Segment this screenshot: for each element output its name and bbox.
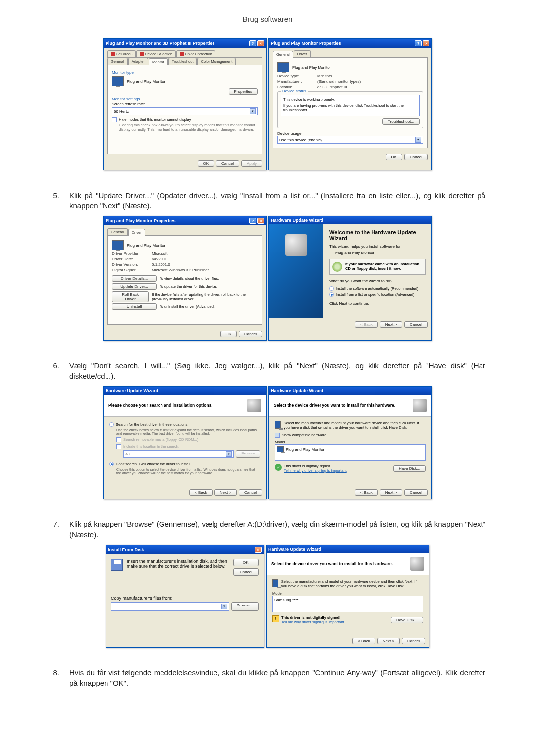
dialog-monitor-3dprophet-properties: Plug and Play Monitor and 3D Prophet III… [103, 38, 267, 170]
uninstall-button[interactable]: Uninstall [112, 303, 157, 310]
titlebar: Plug and Play Monitor Properties ? × [104, 216, 266, 225]
cancel-button[interactable]: Cancel [404, 154, 428, 160]
radio-install-from-list[interactable] [329, 292, 334, 297]
have-disk-button[interactable]: Have Disk... [393, 465, 426, 472]
wizard-side-graphic [269, 224, 323, 318]
next-button[interactable]: Next > [380, 489, 402, 496]
next-button[interactable]: Next > [380, 321, 402, 328]
ok-button[interactable]: OK [233, 559, 259, 566]
back-button[interactable]: < Back [352, 638, 375, 644]
titlebar: Plug and Play Monitor Properties ? × [269, 39, 431, 48]
tab-geforce3[interactable]: GeForce3 [107, 50, 136, 57]
step-text: Vælg "Don't search, I will..." (Søg ikke… [69, 360, 485, 381]
close-icon[interactable]: × [423, 40, 429, 46]
tab-color-management[interactable]: Color Management [197, 58, 236, 65]
tab-general[interactable]: General [107, 228, 128, 235]
close-icon[interactable]: × [257, 218, 264, 224]
signing-info-link[interactable]: Tell me why driver signing is important [281, 620, 344, 624]
help-icon[interactable]: ? [249, 40, 256, 46]
floppy-icon [111, 559, 123, 571]
cancel-button[interactable]: Cancel [404, 321, 428, 328]
tab-driver[interactable]: Driver [128, 229, 145, 236]
update-driver-button[interactable]: Update Driver... [112, 283, 157, 290]
next-button[interactable]: Next > [377, 638, 400, 644]
show-compatible-checkbox[interactable] [275, 433, 280, 438]
radio-auto-install[interactable] [329, 286, 334, 291]
back-button[interactable]: < Back [355, 321, 378, 328]
cancel-button[interactable]: Cancel [216, 160, 239, 167]
troubleshoot-button[interactable]: Troubleshoot... [382, 118, 420, 125]
driver-details-button[interactable]: Driver Details... [112, 275, 157, 282]
help-icon[interactable]: ? [249, 218, 256, 224]
apply-button[interactable]: Apply [241, 160, 262, 167]
monitor-icon [112, 240, 124, 250]
back-button[interactable]: < Back [355, 489, 378, 496]
browse-button[interactable]: Browse... [231, 602, 259, 611]
cd-icon [332, 262, 342, 272]
model-list[interactable]: Plug and Play Monitor [275, 444, 426, 461]
cancel-button[interactable]: Cancel [404, 489, 428, 496]
status-text: This device is working properly. If you … [281, 95, 420, 116]
step-number: 5. [50, 190, 59, 211]
step-number: 8. [50, 667, 59, 688]
step-number: 7. [50, 519, 59, 540]
dialog-install-from-disk: Install From Disk × Insert the manufactu… [106, 545, 264, 648]
properties-button[interactable]: Properties [229, 88, 258, 95]
tab-color-correction[interactable]: Color Correction [176, 50, 215, 57]
tab-general[interactable]: General [107, 58, 128, 65]
monitor-icon [277, 62, 289, 72]
have-disk-button[interactable]: Have Disk... [391, 617, 423, 623]
dialog-wizard-select-driver-signed: Hardware Update Wizard Select the device… [268, 386, 432, 499]
title-text: Plug and Play Monitor Properties [271, 41, 341, 46]
tab-monitor[interactable]: Monitor [149, 58, 168, 65]
tab-device-selection[interactable]: Device Selection [136, 50, 176, 57]
warning-icon: ! [272, 615, 279, 622]
tab-driver[interactable]: Driver [294, 50, 311, 57]
browse-button: Browse [236, 450, 260, 458]
footer-separator [50, 718, 485, 718]
signing-info-link[interactable]: Tell me why driver signing is important [284, 468, 347, 473]
help-icon[interactable]: ? [415, 40, 422, 46]
cancel-button[interactable]: Cancel [402, 638, 425, 644]
dialog-monitor-properties-general: Plug and Play Monitor Properties ? × Gen… [268, 38, 432, 170]
hardware-wizard-icon [410, 557, 424, 571]
path-dropdown[interactable]: ▾ [111, 602, 229, 611]
device-usage-label: Device usage: [277, 131, 423, 136]
radio-dont-search[interactable] [109, 462, 114, 466]
hide-modes-help: Clearing this check box allows you to se… [119, 123, 258, 132]
refresh-rate-dropdown[interactable]: 60 Hertz ▾ [112, 107, 258, 115]
titlebar: Plug and Play Monitor and 3D Prophet III… [104, 39, 266, 48]
cancel-button[interactable]: Cancel [239, 489, 262, 496]
rollback-driver-button[interactable]: Roll Back Driver [112, 291, 149, 302]
device-status-label: Device status [281, 89, 308, 93]
ok-button[interactable]: OK [198, 160, 214, 167]
monitor-name: Plug and Play Monitor [292, 65, 331, 70]
chevron-down-icon: ▾ [250, 108, 256, 114]
monitor-icon [272, 579, 278, 587]
close-icon[interactable]: × [255, 547, 262, 553]
hide-modes-label: Hide modes that this monitor cannot disp… [119, 117, 258, 122]
next-button[interactable]: Next > [214, 489, 237, 496]
tab-adapter[interactable]: Adapter [128, 58, 148, 65]
device-usage-dropdown[interactable]: Use this device (enable) ▾ [277, 136, 423, 144]
model-list[interactable]: Samsung **** [272, 596, 423, 612]
back-button[interactable]: < Back [189, 489, 213, 496]
cancel-button[interactable]: Cancel [239, 331, 262, 337]
chevron-down-icon: ▾ [415, 137, 421, 143]
dialog-wizard-select-driver-unsigned: Hardware Update Wizard Select the device… [266, 545, 429, 648]
chevron-down-icon: ▾ [221, 604, 227, 609]
close-icon[interactable]: × [257, 40, 264, 46]
step-number: 6. [50, 360, 59, 381]
ok-button[interactable]: OK [220, 331, 237, 337]
hardware-wizard-icon [247, 399, 261, 412]
step-text: Klik på knappen "Browse" (Gennemse), væl… [69, 519, 485, 540]
monitor-settings-label: Monitor settings [112, 97, 258, 101]
cert-icon: ✓ [275, 464, 282, 471]
tab-general[interactable]: General [273, 51, 293, 58]
ok-button[interactable]: OK [386, 154, 403, 160]
hardware-wizard-icon [413, 399, 427, 412]
tab-troubleshoot[interactable]: Troubleshoot [168, 58, 197, 65]
cancel-button[interactable]: Cancel [233, 568, 259, 576]
hide-modes-checkbox[interactable] [112, 117, 117, 122]
radio-search[interactable] [109, 422, 114, 427]
